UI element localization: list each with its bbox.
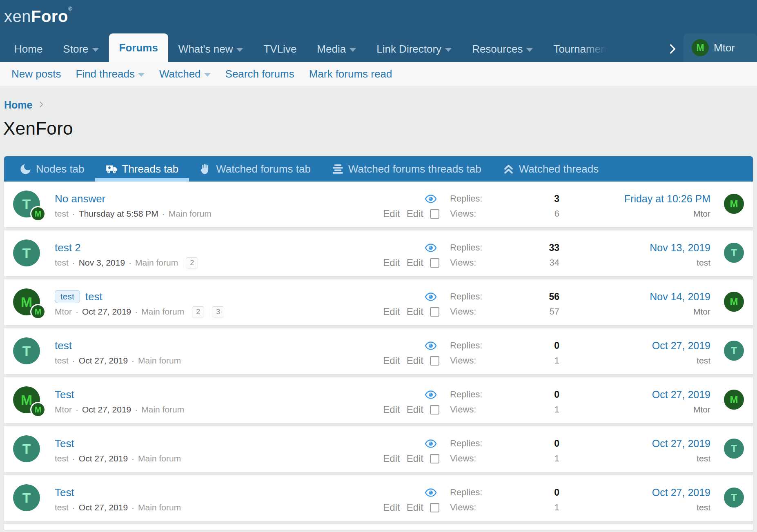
user-account-tab[interactable]: M Mtor [684, 33, 757, 62]
nav-scroll-right-button[interactable] [661, 36, 684, 62]
edit-link[interactable]: Edit [383, 404, 400, 415]
thread-forum[interactable]: Main forum [141, 405, 184, 415]
thread-author[interactable]: test [55, 503, 69, 512]
thread-select-checkbox[interactable] [430, 454, 439, 463]
last-poster-avatar[interactable]: M [710, 191, 744, 221]
thread-starter-avatar[interactable]: T [13, 484, 55, 514]
tab-threads-tab[interactable]: Threads tab [95, 156, 189, 182]
nav-item-what-s-new[interactable]: What's new [168, 36, 254, 62]
thread-starter-avatar[interactable]: MM [13, 386, 55, 417]
nav-item-tvlive[interactable]: TVLive [253, 36, 307, 62]
nav-item-tournamen[interactable]: Tournamen [543, 36, 606, 62]
last-post-date-link[interactable]: Oct 27, 2019 [652, 389, 710, 401]
edit-link[interactable]: Edit [383, 257, 400, 268]
thread-select-checkbox[interactable] [430, 503, 439, 512]
last-poster-name[interactable]: test [697, 258, 710, 268]
thread-forum[interactable]: Main forum [138, 503, 181, 512]
page-number-badge[interactable]: 2 [186, 257, 198, 268]
nav-item-forums[interactable]: Forums [109, 33, 168, 62]
thread-author[interactable]: test [55, 454, 69, 463]
nav-item-resources[interactable]: Resources [462, 36, 543, 62]
last-poster-avatar[interactable]: M [710, 288, 744, 319]
thread-select-checkbox[interactable] [430, 258, 439, 268]
tab-watched-threads[interactable]: Watched threads [492, 156, 610, 182]
last-poster-name[interactable]: Mtor [693, 307, 710, 317]
thread-starter-avatar[interactable]: T [13, 337, 55, 368]
nav-item-home[interactable]: Home [4, 36, 53, 62]
subnav-item-find-threads[interactable]: Find threads [68, 68, 152, 80]
thread-date[interactable]: Thursday at 5:58 PM [79, 209, 158, 219]
thread-select-checkbox[interactable] [430, 356, 439, 366]
thread-date[interactable]: Oct 27, 2019 [79, 503, 128, 512]
thread-author[interactable]: test [55, 356, 69, 366]
thread-date[interactable]: Oct 27, 2019 [82, 405, 131, 415]
site-logo[interactable]: xenForo® [4, 7, 72, 25]
edit-link[interactable]: Edit [383, 306, 400, 317]
last-poster-avatar[interactable]: T [710, 484, 744, 514]
nav-item-store[interactable]: Store [53, 36, 109, 62]
last-post-date-link[interactable]: Oct 27, 2019 [652, 487, 710, 499]
thread-date[interactable]: Nov 3, 2019 [79, 258, 125, 268]
edit-link[interactable]: Edit [407, 306, 423, 317]
last-poster-name[interactable]: test [697, 356, 710, 366]
page-number-badge[interactable]: 2 [192, 306, 204, 317]
last-poster-name[interactable]: Mtor [693, 209, 710, 219]
thread-date[interactable]: Oct 27, 2019 [79, 356, 128, 366]
nav-item-link-directory[interactable]: Link Directory [366, 36, 462, 62]
last-post-date-link[interactable]: Nov 14, 2019 [650, 291, 710, 303]
page-number-badge[interactable]: 3 [212, 306, 224, 317]
edit-link[interactable]: Edit [407, 208, 423, 219]
nav-item-media[interactable]: Media [307, 36, 366, 62]
thread-forum[interactable]: Main forum [169, 209, 212, 219]
thread-title-link[interactable]: test [55, 339, 72, 352]
last-post-date-link[interactable]: Oct 27, 2019 [652, 438, 710, 450]
thread-starter-avatar[interactable]: T [13, 435, 55, 466]
thread-prefix-badge[interactable]: test [55, 290, 80, 303]
thread-starter-avatar[interactable]: T [13, 239, 55, 270]
thread-title-link[interactable]: test 2 [55, 242, 81, 254]
tab-nodes-tab[interactable]: Nodes tab [9, 156, 95, 182]
last-post-date-link[interactable]: Friday at 10:26 PM [624, 193, 710, 205]
thread-title-link[interactable]: Test [55, 437, 74, 450]
edit-link[interactable]: Edit [383, 355, 400, 366]
thread-forum[interactable]: Main forum [135, 258, 178, 268]
thread-starter-avatar[interactable]: MM [13, 288, 55, 319]
edit-link[interactable]: Edit [407, 355, 423, 366]
tab-watched-forums-tab[interactable]: Watched forums tab [189, 156, 321, 182]
thread-forum[interactable]: Main forum [138, 356, 181, 366]
thread-date[interactable]: Oct 27, 2019 [79, 454, 128, 463]
subnav-item-new-posts[interactable]: New posts [4, 68, 68, 80]
thread-select-checkbox[interactable] [430, 209, 439, 219]
last-poster-avatar[interactable]: M [710, 386, 744, 417]
last-poster-name[interactable]: Mtor [693, 405, 710, 415]
breadcrumb-home-link[interactable]: Home [4, 99, 32, 111]
last-poster-name[interactable]: test [697, 454, 710, 463]
thread-title-link[interactable]: Test [55, 388, 74, 401]
edit-link[interactable]: Edit [383, 208, 400, 219]
last-poster-avatar[interactable]: T [710, 239, 744, 270]
subnav-item-mark-forums-read[interactable]: Mark forums read [302, 68, 400, 80]
thread-author[interactable]: test [55, 258, 69, 268]
subnav-item-watched[interactable]: Watched [152, 68, 218, 80]
edit-link[interactable]: Edit [383, 453, 400, 464]
thread-select-checkbox[interactable] [430, 307, 439, 317]
thread-title-link[interactable]: Test [55, 486, 74, 499]
thread-author[interactable]: test [55, 209, 69, 219]
thread-author[interactable]: Mtor [55, 405, 72, 415]
thread-author[interactable]: Mtor [55, 307, 72, 317]
edit-link[interactable]: Edit [383, 502, 400, 513]
last-poster-avatar[interactable]: T [710, 435, 744, 466]
thread-starter-avatar[interactable]: TM [13, 191, 55, 221]
edit-link[interactable]: Edit [407, 404, 423, 415]
subnav-item-search-forums[interactable]: Search forums [218, 68, 302, 80]
edit-link[interactable]: Edit [407, 453, 423, 464]
last-poster-avatar[interactable]: T [710, 337, 744, 368]
thread-title-link[interactable]: No answer [55, 193, 105, 205]
edit-link[interactable]: Edit [407, 257, 423, 268]
tab-watched-forums-threads-tab[interactable]: Watched forums threads tab [321, 156, 492, 182]
thread-forum[interactable]: Main forum [138, 454, 181, 463]
thread-select-checkbox[interactable] [430, 405, 439, 415]
thread-title-link[interactable]: test [85, 290, 102, 303]
last-post-date-link[interactable]: Oct 27, 2019 [652, 340, 710, 352]
edit-link[interactable]: Edit [407, 502, 423, 513]
